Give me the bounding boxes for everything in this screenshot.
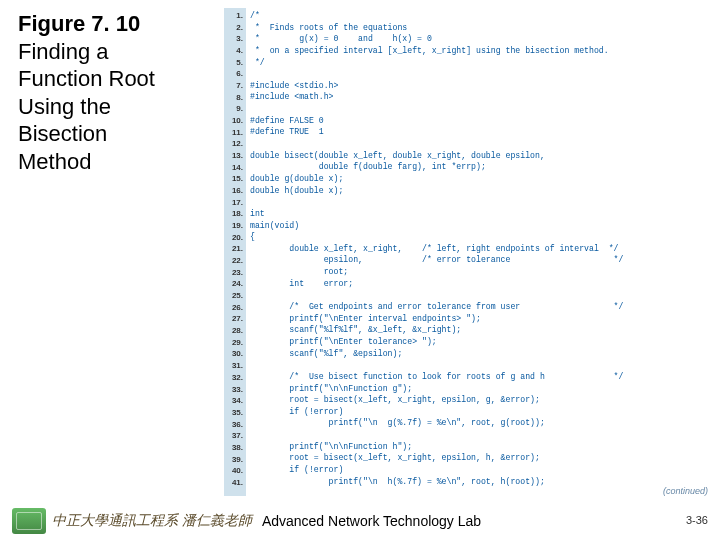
- line-number: 8.: [224, 92, 243, 104]
- line-number: 27.: [224, 313, 243, 325]
- line-number: 12.: [224, 138, 243, 150]
- caption-line: Bisection: [18, 120, 218, 148]
- line-number: 3.: [224, 33, 243, 45]
- line-number: 13.: [224, 150, 243, 162]
- code-listing: 1.2.3.4.5.6.7.8.9.10.11.12.13.14.15.16.1…: [224, 8, 712, 496]
- line-number: 10.: [224, 115, 243, 127]
- line-number: 6.: [224, 68, 243, 80]
- line-number: 1.: [224, 10, 243, 22]
- line-number: 30.: [224, 348, 243, 360]
- page-number: 3-36: [686, 514, 708, 526]
- line-number: 23.: [224, 267, 243, 279]
- line-number: 4.: [224, 45, 243, 57]
- slide: Figure 7. 10 Finding a Function Root Usi…: [0, 0, 720, 540]
- continued-label: (continued): [663, 486, 708, 496]
- line-number: 15.: [224, 173, 243, 185]
- title-block: Figure 7. 10 Finding a Function Root Usi…: [18, 10, 218, 175]
- line-number: 5.: [224, 57, 243, 69]
- lab-logo-icon: [12, 508, 46, 534]
- line-number: 34.: [224, 395, 243, 407]
- line-number: 37.: [224, 430, 243, 442]
- line-number: 11.: [224, 127, 243, 139]
- line-number: 2.: [224, 22, 243, 34]
- line-number: 29.: [224, 337, 243, 349]
- line-number: 38.: [224, 442, 243, 454]
- caption-line: Function Root: [18, 65, 218, 93]
- code-body: /* * Finds roots of the equations * g(x)…: [246, 8, 627, 496]
- line-number: 35.: [224, 407, 243, 419]
- caption-line: Using the: [18, 93, 218, 121]
- line-number: 25.: [224, 290, 243, 302]
- line-number: 28.: [224, 325, 243, 337]
- line-number: 9.: [224, 103, 243, 115]
- line-number: 39.: [224, 454, 243, 466]
- footer-english: Advanced Network Technology Lab: [262, 513, 481, 529]
- line-number: 19.: [224, 220, 243, 232]
- line-number: 26.: [224, 302, 243, 314]
- line-number: 16.: [224, 185, 243, 197]
- line-number: 31.: [224, 360, 243, 372]
- line-number: 17.: [224, 197, 243, 209]
- line-number: 21.: [224, 243, 243, 255]
- line-number: 40.: [224, 465, 243, 477]
- caption-line: Method: [18, 148, 218, 176]
- footer-chinese: 中正大學通訊工程系 潘仁義老師: [52, 512, 252, 530]
- line-number-gutter: 1.2.3.4.5.6.7.8.9.10.11.12.13.14.15.16.1…: [224, 8, 246, 496]
- line-number: 41.: [224, 477, 243, 489]
- line-number: 7.: [224, 80, 243, 92]
- footer: 中正大學通訊工程系 潘仁義老師 Advanced Network Technol…: [0, 508, 720, 534]
- line-number: 32.: [224, 372, 243, 384]
- line-number: 24.: [224, 278, 243, 290]
- line-number: 36.: [224, 419, 243, 431]
- line-number: 14.: [224, 162, 243, 174]
- line-number: 22.: [224, 255, 243, 267]
- line-number: 33.: [224, 384, 243, 396]
- figure-label: Figure 7. 10: [18, 10, 218, 38]
- line-number: 20.: [224, 232, 243, 244]
- caption-line: Finding a: [18, 38, 218, 66]
- line-number: 18.: [224, 208, 243, 220]
